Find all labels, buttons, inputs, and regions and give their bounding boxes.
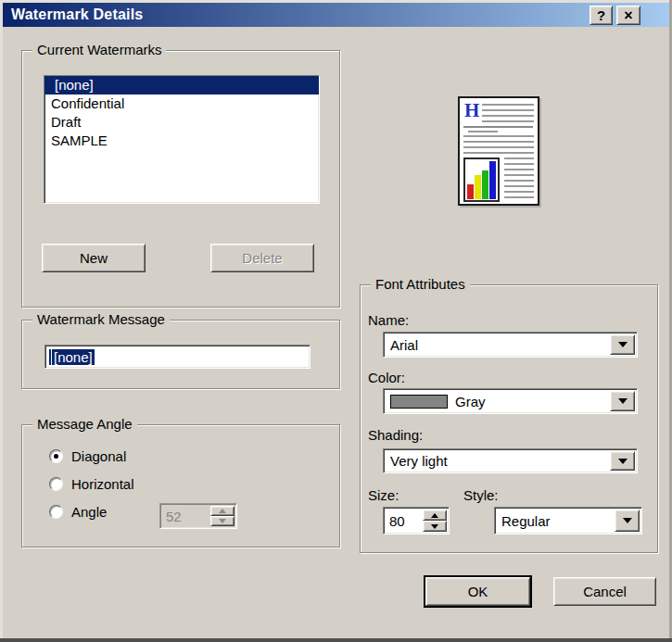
font-color-dropdown-button[interactable] <box>610 391 635 411</box>
group-label-message-angle: Message Angle <box>32 416 137 432</box>
chart-bar-yellow <box>475 175 481 199</box>
document-preview-icon: H <box>458 96 539 206</box>
radio-diagonal[interactable]: Diagonal <box>49 448 126 464</box>
group-label-watermark-message: Watermark Message <box>32 311 170 327</box>
new-button[interactable]: New <box>42 244 146 272</box>
size-spinner[interactable]: 80 <box>383 507 450 535</box>
delete-button: Delete <box>210 244 314 272</box>
watermark-list[interactable]: [none] Confidential Draft SAMPLE <box>44 75 320 204</box>
radio-unselected-icon <box>49 505 63 519</box>
title-bar: Watermark Details <box>3 3 669 27</box>
font-name-dropdown-button[interactable] <box>610 334 635 355</box>
preview-text-lines <box>482 104 534 123</box>
angle-spinner-value: 52 <box>160 504 210 528</box>
radio-selected-icon <box>49 449 63 463</box>
list-item-confidential[interactable]: Confidential <box>44 94 319 113</box>
radio-unselected-icon <box>49 477 63 491</box>
down-arrow-icon <box>431 524 438 529</box>
preview-short-line <box>468 131 498 132</box>
radio-horizontal[interactable]: Horizontal <box>49 476 134 492</box>
dialog-border <box>0 0 3 642</box>
style-label: Style: <box>463 487 499 503</box>
preview-text-lines <box>504 157 534 202</box>
ok-button[interactable]: OK <box>425 577 530 606</box>
up-arrow-icon <box>219 509 226 513</box>
style-value: Regular <box>495 508 615 534</box>
chevron-down-icon <box>618 342 628 347</box>
size-spinner-value: 80 <box>384 508 423 534</box>
watermark-details-dialog: { "colors": { "dialog_bg": "#d4d0c8", "t… <box>0 0 672 642</box>
selected-text: [none] <box>52 349 95 365</box>
font-color-value: Gray <box>455 394 486 409</box>
cancel-button[interactable]: Cancel <box>553 577 656 606</box>
color-swatch <box>390 395 448 409</box>
chart-bar-green <box>482 170 488 199</box>
chevron-down-icon <box>618 459 628 464</box>
question-mark-icon: ? <box>597 8 605 22</box>
preview-header-letter: H <box>464 99 479 122</box>
angle-spinner-up-button <box>210 506 235 516</box>
size-spinner-down-button[interactable] <box>423 521 447 532</box>
preview-text-lines <box>463 135 534 156</box>
help-button[interactable]: ? <box>590 6 613 25</box>
chevron-down-icon <box>623 518 632 523</box>
list-item-draft[interactable]: Draft <box>44 113 319 132</box>
font-color-select[interactable]: Gray <box>383 388 638 414</box>
color-label: Color: <box>368 370 405 385</box>
size-spinner-up-button[interactable] <box>423 510 447 521</box>
list-item-none[interactable]: [none] <box>44 76 319 94</box>
shading-value: Very light <box>384 449 610 472</box>
style-select[interactable]: Regular <box>494 507 642 535</box>
close-button[interactable]: × <box>616 6 640 25</box>
shading-dropdown-button[interactable] <box>610 451 635 471</box>
chart-bar-blue <box>489 161 496 199</box>
font-name-value: Arial <box>384 333 610 357</box>
angle-spinner: 52 <box>159 503 237 529</box>
window-title: Watermark Details <box>3 6 143 23</box>
shading-select[interactable]: Very light <box>383 448 638 473</box>
down-arrow-icon <box>219 519 226 523</box>
style-dropdown-button[interactable] <box>615 510 640 532</box>
group-label-font-attributes: Font Attributes <box>371 276 470 292</box>
shading-label: Shading: <box>368 427 423 443</box>
dialog-border <box>0 638 672 642</box>
chart-bar-red <box>467 184 474 199</box>
size-label: Size: <box>368 487 399 503</box>
font-name-select[interactable]: Arial <box>383 332 638 358</box>
angle-spinner-down-button <box>210 516 235 526</box>
radio-horizontal-label: Horizontal <box>71 476 134 492</box>
radio-angle[interactable]: Angle <box>49 504 107 520</box>
watermark-message-input[interactable]: [none] <box>44 345 311 369</box>
text-caret <box>49 349 51 365</box>
radio-diagonal-label: Diagonal <box>71 448 126 464</box>
preview-rule <box>463 126 533 128</box>
list-item-sample[interactable]: SAMPLE <box>44 132 319 150</box>
up-arrow-icon <box>431 513 438 518</box>
radio-angle-label: Angle <box>71 504 107 520</box>
chevron-down-icon <box>618 398 628 404</box>
name-label: Name: <box>368 312 409 328</box>
close-icon: × <box>624 8 632 23</box>
preview-chart <box>463 157 500 202</box>
group-label-current-watermarks: Current Watermarks <box>32 42 166 57</box>
